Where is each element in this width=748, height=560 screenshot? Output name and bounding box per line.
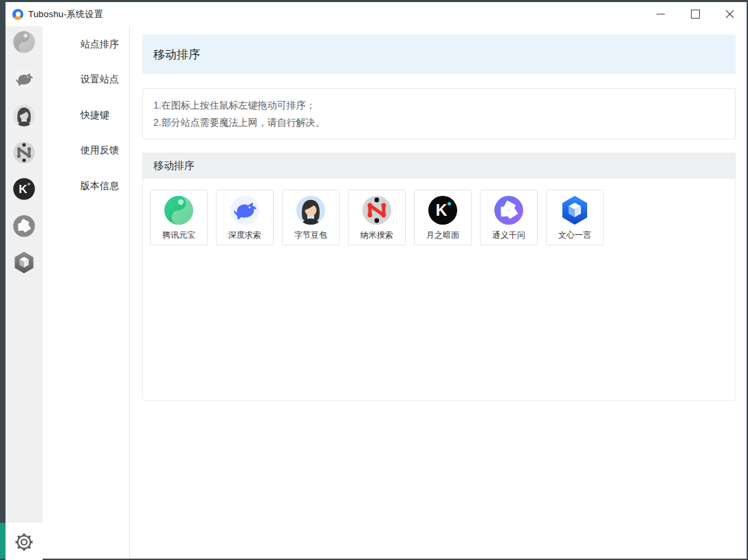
site-icon-rail <box>6 26 43 523</box>
tile-label: 深度求索 <box>228 229 261 241</box>
tile-label: 纳米搜索 <box>360 229 393 241</box>
tile-label: 腾讯元宝 <box>162 229 195 241</box>
nav-item-version[interactable]: 版本信息 <box>43 168 129 204</box>
nav-item-shortcuts[interactable]: 快捷键 <box>43 98 129 133</box>
close-button[interactable] <box>712 2 747 26</box>
sort-section: 移动排序 腾讯元宝 深度求索 字节豆包 <box>142 153 736 401</box>
deepseek-icon <box>228 194 261 227</box>
qwen-icon <box>492 194 525 227</box>
minimize-button[interactable] <box>644 2 678 26</box>
tile-label: 文心一言 <box>558 229 591 241</box>
site-tile-grid: 腾讯元宝 深度求索 字节豆包 纳米搜索 <box>143 179 735 245</box>
rail-wenxin-icon[interactable] <box>12 250 36 275</box>
gear-icon <box>14 532 34 552</box>
tile-label: 字节豆包 <box>294 229 327 241</box>
wenxin-icon <box>558 194 591 227</box>
tile-wenxin[interactable]: 文心一言 <box>546 190 604 245</box>
maximize-icon <box>691 10 700 19</box>
app-logo-icon <box>12 9 23 20</box>
minimize-icon <box>657 14 665 14</box>
window-body: Tuboshu-系统设置 <box>6 2 747 559</box>
tile-kimi[interactable]: 月之暗面 <box>414 190 472 245</box>
rail-deepseek-icon[interactable] <box>12 67 36 91</box>
titlebar: Tuboshu-系统设置 <box>6 2 747 26</box>
close-icon <box>725 10 734 19</box>
tencent-yuanbao-icon <box>162 194 195 227</box>
edge-accent-strip <box>0 523 6 559</box>
tip-line-2: 2.部分站点需要魔法上网，请自行解决。 <box>153 114 725 131</box>
tile-qwen[interactable]: 通义千问 <box>480 190 538 245</box>
rail-doubao-icon[interactable] <box>12 103 36 128</box>
rail-kimi-icon[interactable] <box>12 177 36 201</box>
tile-deepseek[interactable]: 深度求索 <box>216 190 274 245</box>
tile-label: 通义千问 <box>492 229 525 241</box>
doubao-icon <box>294 194 327 227</box>
tile-doubao[interactable]: 字节豆包 <box>282 190 340 245</box>
tile-tencent-yuanbao[interactable]: 腾讯元宝 <box>150 190 208 245</box>
section-title: 移动排序 <box>143 153 735 179</box>
main-content: 移动排序 1.在图标上按住鼠标左键拖动可排序； 2.部分站点需要魔法上网，请自行… <box>131 26 747 559</box>
nav-item-feedback[interactable]: 使用反馈 <box>43 133 129 169</box>
maximize-button[interactable] <box>678 2 712 26</box>
rail-qwen-icon[interactable] <box>12 214 36 238</box>
tip-line-1: 1.在图标上按住鼠标左键拖动可排序； <box>153 97 725 114</box>
nav-item-site-sort[interactable]: 站点排序 <box>43 27 129 63</box>
tips-box: 1.在图标上按住鼠标左键拖动可排序； 2.部分站点需要魔法上网，请自行解决。 <box>142 88 736 139</box>
nav-item-set-sites[interactable]: 设置站点 <box>43 63 129 98</box>
rail-nami-search-icon[interactable] <box>12 140 36 165</box>
settings-button[interactable] <box>6 523 43 560</box>
window-frame: Tuboshu-系统设置 <box>0 0 748 560</box>
window-title: Tuboshu-系统设置 <box>28 8 103 21</box>
page-title: 移动排序 <box>142 34 736 74</box>
settings-nav: 站点排序 设置站点 快捷键 使用反馈 版本信息 <box>43 26 130 559</box>
tile-nami-search[interactable]: 纳米搜索 <box>348 190 406 245</box>
window-controls <box>644 2 747 26</box>
nami-search-icon <box>360 194 393 227</box>
rail-tencent-yuanbao-icon[interactable] <box>12 30 36 54</box>
tile-label: 月之暗面 <box>426 229 459 241</box>
kimi-icon <box>426 194 459 227</box>
